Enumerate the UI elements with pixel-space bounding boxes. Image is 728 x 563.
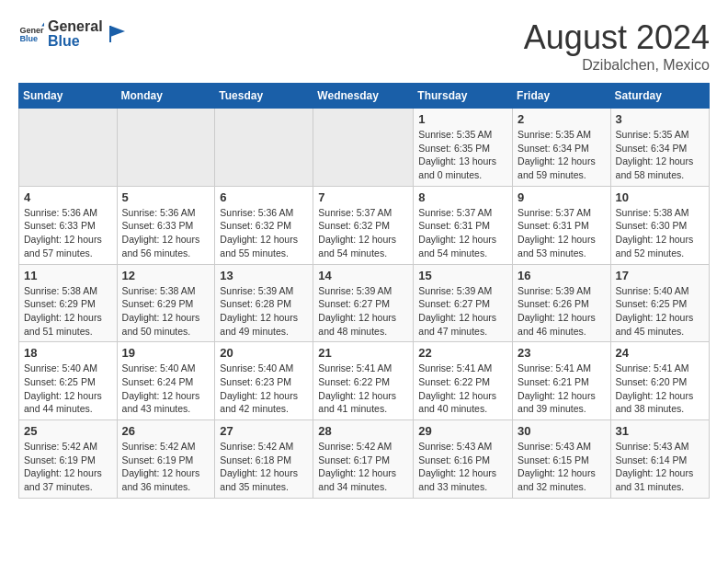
calendar-cell: 5Sunrise: 5:36 AM Sunset: 6:33 PM Daylig… <box>117 186 215 264</box>
location-subtitle: Dzibalchen, Mexico <box>524 57 710 74</box>
day-number: 13 <box>220 269 308 282</box>
day-number: 22 <box>418 346 507 360</box>
calendar-cell: 30Sunrise: 5:43 AM Sunset: 6:15 PM Dayli… <box>513 420 611 499</box>
day-info: Sunrise: 5:39 AM Sunset: 6:27 PM Dayligh… <box>418 284 507 339</box>
day-number: 29 <box>418 424 507 438</box>
day-info: Sunrise: 5:40 AM Sunset: 6:24 PM Dayligh… <box>122 362 210 416</box>
calendar-cell <box>19 109 118 187</box>
calendar-cell: 12Sunrise: 5:38 AM Sunset: 6:29 PM Dayli… <box>117 264 215 342</box>
calendar-cell: 23Sunrise: 5:41 AM Sunset: 6:21 PM Dayli… <box>513 342 611 420</box>
calendar-cell: 26Sunrise: 5:42 AM Sunset: 6:19 PM Dayli… <box>117 420 215 499</box>
day-number: 26 <box>122 424 210 438</box>
day-info: Sunrise: 5:35 AM Sunset: 6:34 PM Dayligh… <box>518 128 606 182</box>
day-info: Sunrise: 5:43 AM Sunset: 6:15 PM Dayligh… <box>518 440 606 494</box>
day-info: Sunrise: 5:38 AM Sunset: 6:29 PM Dayligh… <box>24 284 112 339</box>
day-info: Sunrise: 5:35 AM Sunset: 6:35 PM Dayligh… <box>418 128 507 182</box>
day-number: 23 <box>518 346 606 360</box>
day-number: 30 <box>518 424 606 438</box>
day-number: 28 <box>318 424 408 438</box>
calendar-cell: 27Sunrise: 5:42 AM Sunset: 6:18 PM Dayli… <box>215 420 313 499</box>
day-number: 14 <box>318 269 408 282</box>
day-info: Sunrise: 5:39 AM Sunset: 6:27 PM Dayligh… <box>318 284 408 339</box>
day-number: 16 <box>518 269 606 282</box>
calendar-cell <box>117 109 215 187</box>
col-header-friday: Friday <box>513 84 611 109</box>
calendar-cell: 16Sunrise: 5:39 AM Sunset: 6:26 PM Dayli… <box>513 264 611 342</box>
calendar-cell: 14Sunrise: 5:39 AM Sunset: 6:27 PM Dayli… <box>313 264 414 342</box>
day-info: Sunrise: 5:43 AM Sunset: 6:16 PM Dayligh… <box>418 440 507 494</box>
calendar-cell: 1Sunrise: 5:35 AM Sunset: 6:35 PM Daylig… <box>414 109 513 187</box>
calendar-cell: 24Sunrise: 5:41 AM Sunset: 6:20 PM Dayli… <box>610 342 709 420</box>
calendar-cell: 18Sunrise: 5:40 AM Sunset: 6:25 PM Dayli… <box>19 342 118 420</box>
calendar-cell: 29Sunrise: 5:43 AM Sunset: 6:16 PM Dayli… <box>414 420 513 499</box>
calendar-cell: 31Sunrise: 5:43 AM Sunset: 6:14 PM Dayli… <box>610 420 709 499</box>
day-number: 8 <box>418 190 507 204</box>
month-year-title: August 2024 <box>524 18 710 57</box>
day-number: 18 <box>24 346 112 360</box>
logo-blue-text: Blue <box>48 33 103 50</box>
day-info: Sunrise: 5:37 AM Sunset: 6:31 PM Dayligh… <box>518 206 606 260</box>
calendar-cell: 17Sunrise: 5:40 AM Sunset: 6:25 PM Dayli… <box>610 264 709 342</box>
col-header-thursday: Thursday <box>414 84 513 109</box>
day-info: Sunrise: 5:41 AM Sunset: 6:21 PM Dayligh… <box>518 362 606 416</box>
calendar-cell: 3Sunrise: 5:35 AM Sunset: 6:34 PM Daylig… <box>610 109 709 187</box>
col-header-tuesday: Tuesday <box>215 84 313 109</box>
day-number: 12 <box>122 269 210 282</box>
calendar-table: SundayMondayTuesdayWednesdayThursdayFrid… <box>18 83 710 499</box>
calendar-cell: 11Sunrise: 5:38 AM Sunset: 6:29 PM Dayli… <box>19 264 118 342</box>
calendar-cell: 10Sunrise: 5:38 AM Sunset: 6:30 PM Dayli… <box>610 186 709 264</box>
day-number: 19 <box>122 346 210 360</box>
day-number: 11 <box>24 269 112 282</box>
day-info: Sunrise: 5:38 AM Sunset: 6:29 PM Dayligh… <box>122 284 210 339</box>
day-info: Sunrise: 5:40 AM Sunset: 6:23 PM Dayligh… <box>220 362 308 416</box>
day-info: Sunrise: 5:42 AM Sunset: 6:18 PM Dayligh… <box>220 440 308 494</box>
day-number: 1 <box>418 112 507 126</box>
day-info: Sunrise: 5:41 AM Sunset: 6:20 PM Dayligh… <box>616 362 704 416</box>
day-info: Sunrise: 5:40 AM Sunset: 6:25 PM Dayligh… <box>24 362 112 416</box>
calendar-cell: 25Sunrise: 5:42 AM Sunset: 6:19 PM Dayli… <box>19 420 118 499</box>
day-number: 2 <box>518 112 606 126</box>
day-number: 20 <box>220 346 308 360</box>
page-header: General Blue General Blue August 2024 Dz… <box>18 18 710 74</box>
day-info: Sunrise: 5:41 AM Sunset: 6:22 PM Dayligh… <box>418 362 507 416</box>
day-info: Sunrise: 5:36 AM Sunset: 6:33 PM Dayligh… <box>24 206 112 260</box>
day-number: 21 <box>318 346 408 360</box>
svg-text:Blue: Blue <box>19 34 38 43</box>
title-block: August 2024 Dzibalchen, Mexico <box>524 18 710 74</box>
day-number: 7 <box>318 190 408 204</box>
week-row-4: 18Sunrise: 5:40 AM Sunset: 6:25 PM Dayli… <box>19 342 710 420</box>
day-info: Sunrise: 5:37 AM Sunset: 6:31 PM Dayligh… <box>418 206 507 260</box>
calendar-cell <box>215 109 313 187</box>
day-number: 4 <box>24 190 112 204</box>
day-number: 10 <box>616 190 704 204</box>
day-info: Sunrise: 5:42 AM Sunset: 6:17 PM Dayligh… <box>318 440 408 494</box>
calendar-cell: 9Sunrise: 5:37 AM Sunset: 6:31 PM Daylig… <box>513 186 611 264</box>
day-info: Sunrise: 5:42 AM Sunset: 6:19 PM Dayligh… <box>24 440 112 494</box>
day-number: 6 <box>220 190 308 204</box>
calendar-cell: 21Sunrise: 5:41 AM Sunset: 6:22 PM Dayli… <box>313 342 414 420</box>
calendar-cell: 22Sunrise: 5:41 AM Sunset: 6:22 PM Dayli… <box>414 342 513 420</box>
day-number: 27 <box>220 424 308 438</box>
day-info: Sunrise: 5:35 AM Sunset: 6:34 PM Dayligh… <box>616 128 704 182</box>
week-row-2: 4Sunrise: 5:36 AM Sunset: 6:33 PM Daylig… <box>19 186 710 264</box>
calendar-cell: 13Sunrise: 5:39 AM Sunset: 6:28 PM Dayli… <box>215 264 313 342</box>
day-info: Sunrise: 5:39 AM Sunset: 6:28 PM Dayligh… <box>220 284 308 339</box>
day-info: Sunrise: 5:40 AM Sunset: 6:25 PM Dayligh… <box>616 284 704 339</box>
week-row-3: 11Sunrise: 5:38 AM Sunset: 6:29 PM Dayli… <box>19 264 710 342</box>
calendar-cell: 19Sunrise: 5:40 AM Sunset: 6:24 PM Dayli… <box>117 342 215 420</box>
calendar-cell: 4Sunrise: 5:36 AM Sunset: 6:33 PM Daylig… <box>19 186 118 264</box>
logo-flag-icon <box>107 24 127 44</box>
svg-rect-4 <box>109 26 111 42</box>
week-row-1: 1Sunrise: 5:35 AM Sunset: 6:35 PM Daylig… <box>19 109 710 187</box>
week-row-5: 25Sunrise: 5:42 AM Sunset: 6:19 PM Dayli… <box>19 420 710 499</box>
day-number: 31 <box>616 424 704 438</box>
calendar-cell: 8Sunrise: 5:37 AM Sunset: 6:31 PM Daylig… <box>414 186 513 264</box>
col-header-saturday: Saturday <box>610 84 709 109</box>
calendar-cell: 20Sunrise: 5:40 AM Sunset: 6:23 PM Dayli… <box>215 342 313 420</box>
day-number: 15 <box>418 269 507 282</box>
calendar-cell: 15Sunrise: 5:39 AM Sunset: 6:27 PM Dayli… <box>414 264 513 342</box>
day-number: 9 <box>518 190 606 204</box>
calendar-cell: 7Sunrise: 5:37 AM Sunset: 6:32 PM Daylig… <box>313 186 414 264</box>
day-info: Sunrise: 5:39 AM Sunset: 6:26 PM Dayligh… <box>518 284 606 339</box>
col-header-wednesday: Wednesday <box>313 84 414 109</box>
